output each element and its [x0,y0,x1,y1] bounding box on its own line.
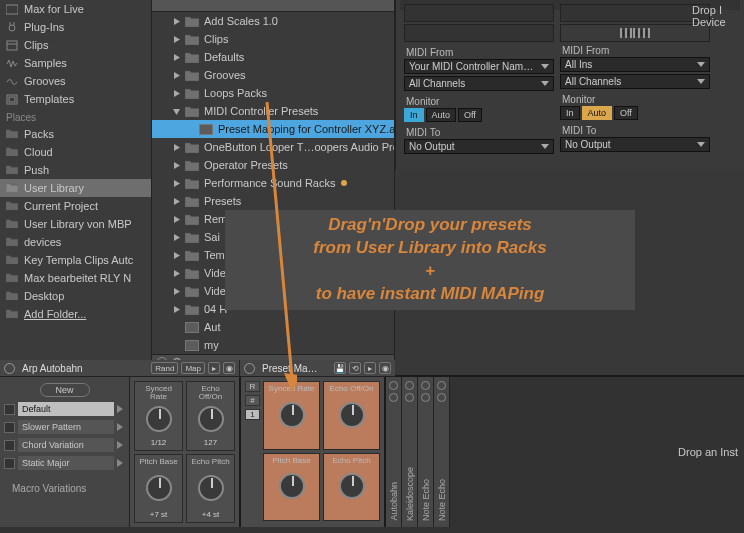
tree-item[interactable]: Operator Presets [152,156,394,174]
category-plugins[interactable]: Plug-Ins [0,18,151,36]
place-item[interactable]: Desktop [0,287,151,305]
chain-row[interactable]: Slower Pattern [4,419,125,435]
category-grooves[interactable]: Grooves [0,72,151,90]
midi-clip-slot[interactable] [560,24,710,42]
save-preset-icon[interactable]: 💾 [334,362,346,374]
midi-to[interactable]: No Output [404,139,554,154]
monitor-off[interactable]: Off [458,108,482,122]
monitor-auto[interactable]: Auto [582,106,613,120]
rack-hash-button[interactable]: # [245,395,260,406]
device-icon[interactable] [421,393,430,402]
knob[interactable] [146,406,172,432]
drop-instrument-area[interactable]: Drop an Inst [450,377,744,527]
chain-row[interactable]: Default [4,401,125,417]
category-maxforlive[interactable]: Max for Live [0,0,151,18]
device-strip[interactable]: Note Echo [418,377,434,527]
device-power-icon[interactable] [405,381,414,390]
clip-slot[interactable] [560,4,710,22]
monitor-auto[interactable]: Auto [426,108,457,122]
disclosure-icon[interactable] [172,305,181,314]
disclosure-icon[interactable] [172,179,181,188]
chain-show-icon[interactable]: ▸ [364,362,376,374]
place-item[interactable]: Push [0,161,151,179]
chain-select[interactable] [4,404,15,415]
tree-item[interactable]: Add Scales 1.0 [152,12,394,30]
map-button[interactable]: Map [181,362,205,374]
chain-show-icon[interactable]: ▸ [208,362,220,374]
disclosure-icon[interactable] [172,215,181,224]
tree-item[interactable]: Preset Mapping for Controller XYZ.adv [152,120,394,138]
place-item[interactable]: Cloud [0,143,151,161]
macro-knob[interactable]: Echo Pitch+4 st [186,454,235,524]
place-item[interactable]: Packs [0,125,151,143]
macro-knob[interactable]: Echo Off/On [323,381,380,450]
device-power-icon[interactable] [421,381,430,390]
disclosure-icon[interactable] [172,287,181,296]
knob[interactable] [198,406,224,432]
disclosure-icon[interactable] [172,107,181,116]
midi-from-device[interactable]: Your MIDI Controller Name Here! (B [404,59,554,74]
chain-row[interactable]: Chord Variation [4,437,125,453]
disclosure-icon[interactable] [172,197,181,206]
place-item[interactable]: Current Project [0,197,151,215]
device-power-icon[interactable] [389,381,398,390]
tree-item[interactable]: MIDI Controller Presets [152,102,394,120]
play-icon[interactable] [117,423,123,431]
new-variation-button[interactable]: New [40,383,90,397]
device-power[interactable] [4,363,15,374]
tree-item[interactable]: Presets [152,192,394,210]
tree-item[interactable]: Aut [152,318,394,336]
macro-knob[interactable]: Synced Rate1/12 [134,381,183,451]
disclosure-icon[interactable] [172,17,181,26]
chain-select[interactable] [4,458,15,469]
disclosure-icon[interactable] [172,53,181,62]
device-show-icon[interactable]: ◉ [223,362,235,374]
macro-knob[interactable]: Echo Pitch [323,453,380,522]
play-icon[interactable] [117,441,123,449]
macro-knob[interactable]: Pitch Base [263,453,320,522]
chain-row[interactable]: Static Major [4,455,125,471]
tree-item[interactable]: Defaults [152,48,394,66]
category-samples[interactable]: Samples [0,54,151,72]
monitor-in[interactable]: In [560,106,580,120]
play-icon[interactable] [117,459,123,467]
rack-index-button[interactable]: 1 [245,409,260,420]
device-strip[interactable]: Kaleidoscope [402,377,418,527]
disclosure-icon[interactable] [172,35,181,44]
macro-knob[interactable]: Synced Rate [263,381,320,450]
tree-item[interactable]: Grooves [152,66,394,84]
place-item[interactable]: User Library von MBP [0,215,151,233]
macro-knob[interactable]: Echo Off/On127 [186,381,235,451]
rand-button[interactable]: Rand [151,362,178,374]
place-item[interactable]: Max bearbeitet RLY N [0,269,151,287]
category-templates[interactable]: Templates [0,90,151,108]
category-clips[interactable]: Clips [0,36,151,54]
disclosure-icon[interactable] [172,269,181,278]
chain-select[interactable] [4,422,15,433]
clip-slot[interactable] [404,24,554,42]
tree-item[interactable]: Loops Packs [152,84,394,102]
play-icon[interactable] [117,405,123,413]
tree-item[interactable]: my [152,336,394,354]
place-item[interactable]: Key Templa Clips Autc [0,251,151,269]
clip-slot[interactable] [404,4,554,22]
tree-item[interactable]: OneButton Looper T…oopers Audio Project [152,138,394,156]
device-icon[interactable] [405,393,414,402]
device-show-icon[interactable]: ◉ [379,362,391,374]
tree-item[interactable]: Performance Sound Racks [152,174,394,192]
disclosure-icon[interactable] [172,143,181,152]
place-item[interactable]: User Library [0,179,151,197]
disclosure-icon[interactable] [172,161,181,170]
midi-to[interactable]: No Output [560,137,710,152]
device-strip[interactable]: Note Echo [434,377,450,527]
monitor-off[interactable]: Off [614,106,638,120]
device-power[interactable] [244,363,255,374]
midi-from-channel[interactable]: All Channels [404,76,554,91]
rack-r-button[interactable]: R [245,381,260,392]
disclosure-icon[interactable] [172,71,181,80]
disclosure-icon[interactable] [172,233,181,242]
disclosure-icon[interactable] [172,89,181,98]
place-item[interactable]: devices [0,233,151,251]
midi-from-channel[interactable]: All Channels [560,74,710,89]
chain-select[interactable] [4,440,15,451]
